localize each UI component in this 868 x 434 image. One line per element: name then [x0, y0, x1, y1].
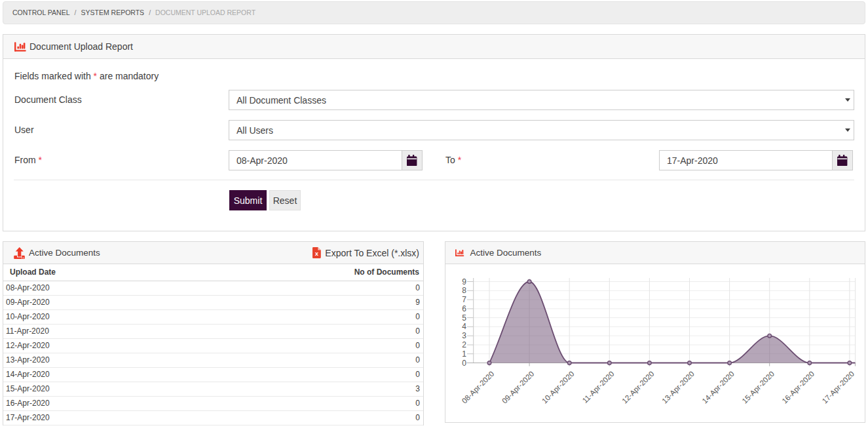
svg-text:8: 8: [462, 286, 466, 295]
svg-text:16-Apr-2020: 16-Apr-2020: [781, 370, 816, 405]
svg-text:6: 6: [462, 304, 466, 313]
svg-text:13-Apr-2020: 13-Apr-2020: [660, 370, 696, 405]
svg-text:14-Apr-2020: 14-Apr-2020: [700, 370, 736, 405]
svg-text:x: x: [315, 250, 319, 257]
svg-text:0: 0: [462, 359, 466, 368]
svg-text:2: 2: [462, 340, 466, 349]
svg-text:5: 5: [462, 313, 466, 323]
svg-text:17-Apr-2020: 17-Apr-2020: [821, 370, 856, 405]
svg-text:15-Apr-2020: 15-Apr-2020: [740, 370, 776, 405]
svg-text:11-Apr-2020: 11-Apr-2020: [581, 370, 616, 404]
svg-text:10-Apr-2020: 10-Apr-2020: [540, 370, 576, 405]
svg-text:3: 3: [462, 331, 466, 340]
svg-text:08-Apr-2020: 08-Apr-2020: [461, 370, 496, 405]
svg-text:1: 1: [462, 349, 466, 359]
svg-text:09-Apr-2020: 09-Apr-2020: [500, 370, 536, 405]
svg-text:12-Apr-2020: 12-Apr-2020: [620, 370, 656, 405]
svg-text:4: 4: [462, 322, 466, 331]
svg-text:7: 7: [462, 295, 466, 304]
svg-text:9: 9: [462, 277, 466, 286]
